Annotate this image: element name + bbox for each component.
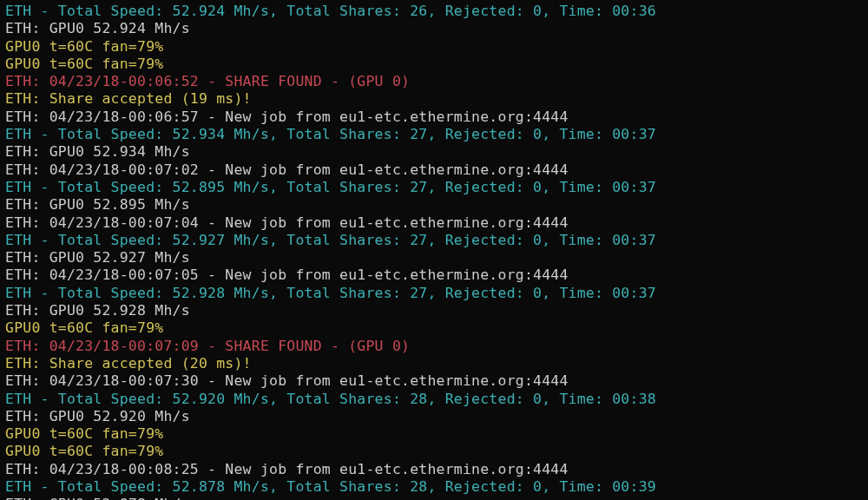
log-line: ETH: GPU0 52.928 Mh/s (5, 302, 863, 319)
log-line: ETH: GPU0 52.878 Mh/s (5, 496, 863, 500)
log-line: ETH - Total Speed: 52.927 Mh/s, Total Sh… (5, 232, 863, 249)
log-line: ETH: 04/23/18-00:07:04 - New job from eu… (5, 214, 863, 232)
log-line: ETH: 04/23/18-00:06:57 - New job from eu… (5, 109, 863, 126)
log-line: ETH - Total Speed: 52.920 Mh/s, Total Sh… (5, 391, 863, 408)
log-line: ETH: 04/23/18-00:07:05 - New job from eu… (5, 266, 863, 284)
log-line: ETH: Share accepted (19 ms)! (5, 90, 863, 108)
log-line: ETH: 04/23/18-00:07:30 - New job from eu… (5, 372, 863, 390)
log-line: ETH: GPU0 52.920 Mh/s (5, 408, 863, 425)
log-line: ETH: 04/23/18-00:06:52 - SHARE FOUND - (… (5, 73, 863, 90)
log-line: ETH - Total Speed: 52.924 Mh/s, Total Sh… (5, 3, 863, 20)
log-line: ETH: 04/23/18-00:08:25 - New job from eu… (5, 461, 863, 478)
terminal-output: ETH - Total Speed: 52.924 Mh/s, Total Sh… (0, 0, 868, 500)
log-line: ETH - Total Speed: 52.934 Mh/s, Total Sh… (5, 126, 863, 143)
log-line: GPU0 t=60C fan=79% (5, 38, 863, 56)
log-line: ETH: GPU0 52.924 Mh/s (5, 20, 863, 37)
log-line: ETH - Total Speed: 52.878 Mh/s, Total Sh… (5, 478, 863, 496)
log-line: ETH: 04/23/18-00:07:02 - New job from eu… (5, 161, 863, 179)
log-line: ETH: 04/23/18-00:07:09 - SHARE FOUND - (… (5, 338, 863, 355)
log-line: GPU0 t=60C fan=79% (5, 56, 863, 73)
log-line: ETH - Total Speed: 52.895 Mh/s, Total Sh… (5, 179, 863, 196)
log-line: ETH: GPU0 52.934 Mh/s (5, 143, 863, 161)
log-line: GPU0 t=60C fan=79% (5, 319, 863, 337)
log-line: ETH - Total Speed: 52.928 Mh/s, Total Sh… (5, 285, 863, 302)
log-line: ETH: GPU0 52.895 Mh/s (5, 196, 863, 214)
log-line: ETH: GPU0 52.927 Mh/s (5, 249, 863, 266)
log-line: GPU0 t=60C fan=79% (5, 425, 863, 443)
log-line: ETH: Share accepted (20 ms)! (5, 355, 863, 372)
log-line: GPU0 t=60C fan=79% (5, 443, 863, 460)
